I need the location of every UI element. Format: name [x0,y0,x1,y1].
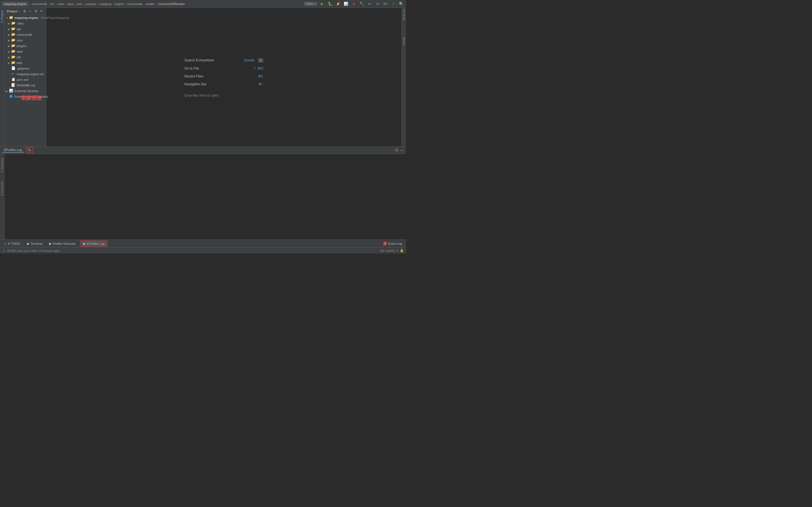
settings-icon[interactable]: ⚙ [34,9,38,13]
git-label: Git: [382,1,389,7]
content-row: 1: Project Project ▾ ⊕ ≡ ⚙ ✕ ▼ 📁 m [0,8,406,147]
maven-tab[interactable]: Maven [402,37,405,46]
bottom-tab-bar: ✓ 6: TODO ▶ Terminal ▶ Profiler Executor… [0,239,406,247]
core-arrow: ▶ [8,39,11,42]
profile-button[interactable]: 📊 [343,1,349,7]
readme-label: README.md [17,83,35,87]
commondb-folder-icon: 📂 [11,33,16,37]
breadcrumb-java[interactable]: java [67,2,73,6]
run-button[interactable]: ▶ [319,1,325,7]
eprofiler-refresh-button[interactable]: ↻ [26,147,33,153]
tree-item-ext-libs[interactable]: ▶ 📊 External Libraries [4,88,46,94]
shortcut-label-goto: Go to File [185,66,250,70]
debug-button[interactable]: 🐛 [327,1,333,7]
sep4: › [65,2,66,5]
bottom-tab-event-log[interactable]: 1 Event Log [381,241,404,246]
eprofiler-minimize-icon[interactable]: — [400,148,404,152]
main-area: 1: Project Project ▾ ⊕ ≡ ⚙ ✕ ▼ 📁 m [0,8,406,253]
tree-item-readme[interactable]: ▶ 📝 README.md [4,82,46,88]
build-button[interactable]: 🔨 [359,1,365,7]
drop-files-area: Drop files here to open [185,94,218,98]
tree-item-pom[interactable]: ▶ 📋 pom.xml [4,77,46,82]
git-checkmark[interactable]: ✓ [390,1,396,7]
breadcrumb-com[interactable]: com [77,2,82,6]
favorites-tab[interactable]: 2: Favorites [1,181,4,196]
iml-label: mapping-engine.iml [17,72,44,76]
tree-item-core[interactable]: ▶ 📂 core [4,38,46,43]
project-panel-tab[interactable]: 1: Project [0,9,4,24]
terminal-icon: ▶ [27,242,30,245]
bottom-tab-eprofiler[interactable]: ▶ EProfiler Log [80,240,108,247]
bottom-tab-todo[interactable]: ✓ 6: TODO [2,241,22,246]
eprofiler-tab-icon: ▶ [83,242,86,245]
tree-item-idea[interactable]: ▶ 📂 .idea [4,20,46,26]
eprofiler-header: EProfiler Log ↻ ⚙ — [0,147,406,154]
toolbar-tab-mapping-engine[interactable]: mapping-engine [2,2,29,6]
shortcut-row-goto: Go to File ⇧ ⌘O [185,65,263,71]
shortcut-badge-shift: ⇧ [258,58,263,62]
tree-item-web[interactable]: ▶ 📂 web [4,60,46,66]
bottom-tab-profiler[interactable]: ▶ Profiler Executor [47,241,78,246]
stop-button[interactable]: ■ [351,1,357,7]
sync-icon[interactable]: ⊕ [22,9,27,13]
eprofiler-tab[interactable]: EProfiler Log [2,148,24,153]
sidebar-dropdown-arrow[interactable]: ▾ [18,10,20,13]
breadcrumb-reader[interactable]: reader [146,2,154,6]
tree-item-api[interactable]: ▶ 📂 api [4,26,46,32]
event-log-label: Event Log [388,242,402,245]
pom-icon: 📋 [11,77,16,82]
tree-item-commondb[interactable]: ▶ 📂 commondb [4,32,46,38]
lock-icon[interactable]: 🔒 [400,249,404,252]
tree-item-iml[interactable]: ▶ m mapping-engine.iml [4,71,46,77]
search-everywhere-button[interactable]: 🔍 [398,1,404,7]
eprofiler-left-tabs: 2: Structure 2: Favorites [0,154,4,239]
commondb-label: commondb [17,33,32,36]
api-label: api [17,27,21,31]
sep9: › [125,2,126,5]
tree-item-scratches[interactable]: ▶ 🔷 Scratches and Consoles [4,94,46,100]
util-label: util [17,55,20,59]
profiler-icon: ▶ [49,242,52,245]
plugins-label: plugins [17,44,27,48]
redo-button[interactable]: ↪ [374,1,380,7]
breadcrumb-commondb2[interactable]: commondb [127,2,142,6]
coverage-button[interactable]: ⚡ [335,1,341,7]
sep7: › [97,2,98,5]
core-label: core [17,39,22,42]
close-icon[interactable]: ✕ [39,9,44,13]
collapse-icon[interactable]: ≡ [28,9,33,13]
left-panel-tabs: 1: Project [0,8,4,147]
eprofiler-settings-icon[interactable]: ⚙ [395,148,399,152]
idea-arrow: ▶ [8,22,11,25]
tree-item-start[interactable]: ▶ 📂 start [4,49,46,54]
undo-button[interactable]: ↩ [366,1,373,7]
ant-build-tab[interactable]: Ant Build [402,9,405,20]
structure-tab[interactable]: 2: Structure [1,158,4,173]
web-arrow: ▶ [8,61,11,64]
run-config-dropdown[interactable]: CMain ▾ [304,2,317,6]
util-folder-icon: 📂 [11,55,16,59]
bottom-tab-terminal[interactable]: ▶ Terminal [25,241,45,246]
git-branch-chevron[interactable]: ▾ [397,249,398,252]
breadcrumb-yuanian[interactable]: yuanian [86,2,96,6]
run-config-label: CMain [305,2,313,5]
sidebar-header: Project ▾ ⊕ ≡ ⚙ ✕ [4,8,46,15]
shortcut-row-search: Search Everywhere Double ⇧ [185,57,263,64]
shortcut-row-recent: Recent Files ⌘E [185,73,263,79]
breadcrumb-commondb-reader[interactable]: CommonDBReader [158,2,185,6]
breadcrumb-mapping[interactable]: mapping [100,2,111,6]
git-branch-label[interactable]: Git: master [380,249,395,252]
tree-item-gitignore[interactable]: ▶ 📄 .gitignore [4,66,46,71]
status-message: All files are up-to-date (4 minutes ago) [7,249,59,252]
breadcrumb-commondb[interactable]: commondb [32,2,47,6]
sep2: › [48,2,49,5]
tree-item-plugins[interactable]: ▶ 📂 plugins [4,43,46,49]
breadcrumb-main[interactable]: main [57,2,64,6]
breadcrumb-src[interactable]: src [50,2,54,6]
todo-icon: ✓ [4,242,7,245]
tree-root[interactable]: ▼ 📁 mapping-engine ~/IdeaProjects/mappin… [4,15,46,20]
shortcut-label-search: Search Everywhere [185,58,241,62]
iml-icon: m [11,72,16,76]
tree-item-util[interactable]: ▶ 📂 util [4,54,46,60]
breadcrumb-engine[interactable]: engine [114,2,124,6]
